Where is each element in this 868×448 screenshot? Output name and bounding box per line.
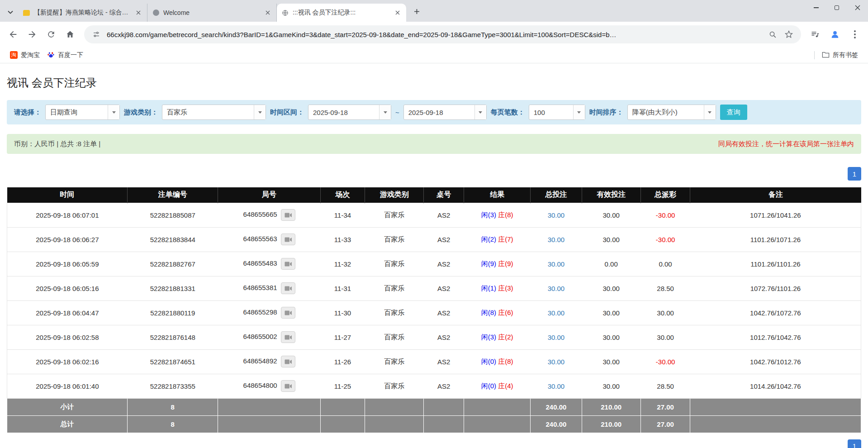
table-row: 2025-09-18 06:07:01522821885087648655665… (7, 203, 861, 227)
baidu-paw-icon (47, 51, 55, 60)
cell-session: 11-32 (320, 252, 365, 276)
date-separator: ~ (395, 109, 399, 116)
round-replay-button[interactable] (281, 380, 295, 392)
round-id-text: 648654800 (243, 381, 277, 389)
select-value: 日期查询 (46, 105, 108, 119)
pagination-bottom: 1 (7, 439, 861, 448)
cell-table-no: AS2 (424, 325, 464, 349)
browser-tab-bet-records[interactable]: :::视讯 会员下注纪录::: (277, 4, 406, 22)
chevron-down-icon[interactable] (704, 105, 716, 119)
browser-menu-icon[interactable] (846, 26, 863, 43)
page-number-button[interactable]: 1 (848, 167, 861, 181)
back-button[interactable] (5, 26, 22, 43)
total-bet-link[interactable]: 30.00 (548, 285, 565, 292)
total-bet-link[interactable]: 30.00 (548, 211, 565, 219)
game-type-select[interactable]: 百家乐 (162, 105, 266, 120)
page-size-select[interactable]: 100 (529, 105, 585, 120)
close-tab-icon[interactable] (394, 9, 402, 17)
cell-payout: 30.00 (640, 325, 690, 349)
tab-search-chevron-icon[interactable] (4, 5, 17, 19)
cell-remark: 1042.76/1012.76 (690, 349, 861, 374)
profile-avatar-icon[interactable] (826, 26, 844, 43)
new-tab-button[interactable] (410, 5, 423, 18)
table-row: 2025-09-18 06:04:47522821880119648655298… (7, 300, 861, 325)
subtotal-payout: 27.00 (640, 398, 690, 415)
tab-strip: 【新提醒】海燕策略论坛 - 综合… Welcome :::视讯 会员下注纪录::… (0, 0, 868, 22)
subtotal-count: 8 (128, 398, 218, 415)
bookmark-star-icon[interactable] (783, 29, 795, 40)
site-settings-icon[interactable] (90, 29, 102, 40)
cell-total-bet: 30.00 (531, 349, 582, 374)
cell-bet-id: 522821881331 (128, 276, 218, 300)
home-button[interactable] (62, 26, 79, 43)
total-label: 总计 (7, 415, 128, 433)
table-row: 2025-09-18 06:05:16522821881331648655381… (7, 276, 861, 300)
cell-total-bet: 30.00 (531, 300, 582, 325)
chevron-down-icon[interactable] (573, 105, 585, 119)
total-bet-link[interactable]: 30.00 (548, 382, 565, 390)
cell-table-no: AS2 (424, 203, 464, 227)
page-number-button[interactable]: 1 (848, 439, 861, 448)
cell-remark: 1042.76/1072.76 (690, 300, 861, 325)
sort-select[interactable]: 降幂(由大到小) (627, 105, 716, 120)
result-player: 闲(3) (481, 211, 496, 219)
address-bar[interactable]: 66cxkj98.com/game/betrecord_search/kind3… (84, 25, 801, 43)
cell-bet-id: 522821882767 (128, 252, 218, 276)
cell-result: 闲(9) 庄(9) (464, 252, 531, 276)
total-bet-link[interactable]: 30.00 (548, 260, 565, 268)
cell-valid-bet: 30.00 (582, 300, 640, 325)
minimize-button[interactable] (806, 0, 826, 15)
all-bookmarks-button[interactable]: 所有书签 (818, 49, 862, 61)
empty-cell (424, 415, 464, 433)
search-button[interactable]: 查询 (720, 105, 747, 120)
round-replay-button[interactable] (281, 307, 295, 319)
cell-time: 2025-09-18 06:05:16 (7, 276, 128, 300)
browser-tab-forum[interactable]: 【新提醒】海燕策略论坛 - 综合… (18, 4, 147, 22)
total-bet-link[interactable]: 30.00 (548, 334, 565, 341)
chevron-down-icon[interactable] (108, 105, 119, 119)
cell-valid-bet: 30.00 (582, 325, 640, 349)
cell-bet-id: 522821885087 (128, 203, 218, 227)
cell-total-bet: 30.00 (531, 325, 582, 349)
round-replay-button[interactable] (281, 356, 295, 367)
round-replay-button[interactable] (281, 234, 295, 245)
cell-time: 2025-09-18 06:01:40 (7, 374, 128, 398)
chevron-down-icon[interactable] (254, 105, 266, 119)
maximize-button[interactable] (826, 0, 847, 15)
date-mode-select[interactable]: 日期查询 (45, 105, 120, 120)
media-controls-icon[interactable] (806, 26, 824, 43)
chevron-down-icon[interactable] (474, 105, 486, 119)
taobao-icon: 淘 (10, 51, 18, 59)
round-id-text: 648654892 (243, 357, 277, 365)
zoom-icon[interactable] (767, 29, 778, 40)
bookmark-baidu[interactable]: 百度一下 (43, 49, 87, 62)
reload-button[interactable] (43, 26, 60, 43)
round-replay-button[interactable] (281, 331, 295, 343)
round-replay-button[interactable] (281, 209, 295, 221)
cell-game-type: 百家乐 (365, 349, 424, 374)
url-text[interactable]: 66cxkj98.com/game/betrecord_search/kind3… (107, 31, 762, 38)
browser-tab-welcome[interactable]: Welcome (147, 4, 277, 22)
forward-button[interactable] (24, 26, 41, 43)
close-window-button[interactable] (847, 0, 868, 15)
bookmark-taobao[interactable]: 淘 爱淘宝 (6, 49, 43, 61)
total-payout: 27.00 (640, 415, 690, 433)
empty-cell (365, 415, 424, 433)
subtotal-valid-bet: 210.00 (582, 398, 640, 415)
page-title: 视讯 会员下注纪录 (7, 76, 861, 90)
window-controls (806, 0, 868, 15)
total-bet-link[interactable]: 30.00 (548, 358, 565, 366)
cell-game-type: 百家乐 (365, 203, 424, 227)
cell-game-type: 百家乐 (365, 227, 424, 252)
total-bet-link[interactable]: 30.00 (548, 236, 565, 243)
round-replay-button[interactable] (281, 282, 295, 294)
subtotal-label: 小计 (7, 398, 128, 415)
close-tab-icon[interactable] (264, 9, 272, 17)
close-tab-icon[interactable] (134, 9, 142, 17)
date-start-picker[interactable]: 2025-09-18 (308, 105, 391, 120)
round-replay-button[interactable] (281, 258, 295, 270)
chevron-down-icon[interactable] (379, 105, 391, 119)
date-end-picker[interactable]: 2025-09-18 (403, 105, 487, 120)
total-bet-link[interactable]: 30.00 (548, 309, 565, 317)
table-row: 2025-09-18 06:06:27522821883844648655563… (7, 227, 861, 252)
